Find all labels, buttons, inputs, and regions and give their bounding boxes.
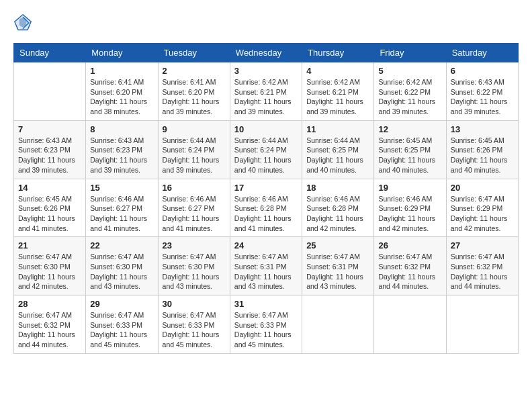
calendar-cell: 18Sunrise: 6:46 AM Sunset: 6:28 PM Dayli… xyxy=(302,179,374,237)
day-info: Sunrise: 6:46 AM Sunset: 6:28 PM Dayligh… xyxy=(234,194,298,234)
calendar-cell xyxy=(14,62,86,121)
day-info: Sunrise: 6:47 AM Sunset: 6:33 PM Dayligh… xyxy=(163,310,226,350)
day-info: Sunrise: 6:45 AM Sunset: 6:26 PM Dayligh… xyxy=(451,136,514,175)
calendar-cell: 20Sunrise: 6:47 AM Sunset: 6:29 PM Dayli… xyxy=(446,179,518,237)
calendar-cell: 30Sunrise: 6:47 AM Sunset: 6:33 PM Dayli… xyxy=(158,295,230,354)
day-info: Sunrise: 6:44 AM Sunset: 6:24 PM Dayligh… xyxy=(234,136,298,175)
calendar-cell: 2Sunrise: 6:41 AM Sunset: 6:20 PM Daylig… xyxy=(158,62,230,121)
day-number: 12 xyxy=(378,124,441,134)
day-info: Sunrise: 6:43 AM Sunset: 6:23 PM Dayligh… xyxy=(18,136,81,175)
calendar-cell: 10Sunrise: 6:44 AM Sunset: 6:24 PM Dayli… xyxy=(230,120,302,179)
calendar-cell: 16Sunrise: 6:46 AM Sunset: 6:27 PM Dayli… xyxy=(158,179,230,237)
logo-icon xyxy=(13,13,32,32)
calendar-cell: 13Sunrise: 6:45 AM Sunset: 6:26 PM Dayli… xyxy=(446,120,518,179)
calendar-cell: 28Sunrise: 6:47 AM Sunset: 6:32 PM Dayli… xyxy=(14,295,86,354)
calendar-week-row: 28Sunrise: 6:47 AM Sunset: 6:32 PM Dayli… xyxy=(14,295,519,354)
calendar-cell: 7Sunrise: 6:43 AM Sunset: 6:23 PM Daylig… xyxy=(14,120,86,179)
weekday-header-row: SundayMondayTuesdayWednesdayThursdayFrid… xyxy=(14,44,519,62)
weekday-header-saturday: Saturday xyxy=(446,44,518,62)
day-number: 1 xyxy=(90,66,153,76)
day-number: 19 xyxy=(378,183,441,193)
day-info: Sunrise: 6:47 AM Sunset: 6:30 PM Dayligh… xyxy=(90,252,153,291)
day-info: Sunrise: 6:46 AM Sunset: 6:28 PM Dayligh… xyxy=(306,194,369,234)
day-number: 16 xyxy=(163,183,226,193)
day-info: Sunrise: 6:47 AM Sunset: 6:30 PM Dayligh… xyxy=(18,252,81,291)
day-info: Sunrise: 6:41 AM Sunset: 6:20 PM Dayligh… xyxy=(90,77,153,117)
day-info: Sunrise: 6:47 AM Sunset: 6:31 PM Dayligh… xyxy=(234,252,298,291)
calendar-table: SundayMondayTuesdayWednesdayThursdayFrid… xyxy=(13,43,519,354)
calendar-week-row: 1Sunrise: 6:41 AM Sunset: 6:20 PM Daylig… xyxy=(14,62,519,121)
page-header xyxy=(13,13,519,32)
calendar-cell: 31Sunrise: 6:47 AM Sunset: 6:33 PM Dayli… xyxy=(230,295,302,354)
day-number: 20 xyxy=(451,183,514,193)
calendar-cell: 22Sunrise: 6:47 AM Sunset: 6:30 PM Dayli… xyxy=(86,237,158,295)
day-number: 17 xyxy=(234,183,298,193)
day-number: 30 xyxy=(163,299,226,309)
day-number: 27 xyxy=(451,240,514,250)
day-info: Sunrise: 6:44 AM Sunset: 6:25 PM Dayligh… xyxy=(306,136,369,175)
day-number: 15 xyxy=(90,183,153,193)
weekday-header-tuesday: Tuesday xyxy=(158,44,230,62)
day-number: 2 xyxy=(163,66,226,76)
calendar-body: 1Sunrise: 6:41 AM Sunset: 6:20 PM Daylig… xyxy=(14,62,519,354)
day-info: Sunrise: 6:43 AM Sunset: 6:22 PM Dayligh… xyxy=(451,77,514,117)
calendar-cell: 17Sunrise: 6:46 AM Sunset: 6:28 PM Dayli… xyxy=(230,179,302,237)
calendar-week-row: 7Sunrise: 6:43 AM Sunset: 6:23 PM Daylig… xyxy=(14,120,519,179)
calendar-cell: 9Sunrise: 6:44 AM Sunset: 6:24 PM Daylig… xyxy=(158,120,230,179)
calendar-cell: 15Sunrise: 6:46 AM Sunset: 6:27 PM Dayli… xyxy=(86,179,158,237)
calendar-cell: 3Sunrise: 6:42 AM Sunset: 6:21 PM Daylig… xyxy=(230,62,302,121)
day-info: Sunrise: 6:43 AM Sunset: 6:23 PM Dayligh… xyxy=(90,136,153,175)
day-number: 5 xyxy=(378,66,441,76)
calendar-week-row: 21Sunrise: 6:47 AM Sunset: 6:30 PM Dayli… xyxy=(14,237,519,295)
calendar-header: SundayMondayTuesdayWednesdayThursdayFrid… xyxy=(14,44,519,62)
logo xyxy=(13,13,35,32)
day-info: Sunrise: 6:47 AM Sunset: 6:33 PM Dayligh… xyxy=(234,310,298,350)
day-info: Sunrise: 6:46 AM Sunset: 6:27 PM Dayligh… xyxy=(90,194,153,234)
calendar-cell: 29Sunrise: 6:47 AM Sunset: 6:33 PM Dayli… xyxy=(86,295,158,354)
day-number: 11 xyxy=(306,124,369,134)
day-number: 25 xyxy=(306,240,369,250)
day-info: Sunrise: 6:47 AM Sunset: 6:32 PM Dayligh… xyxy=(18,310,81,350)
calendar-cell: 26Sunrise: 6:47 AM Sunset: 6:32 PM Dayli… xyxy=(374,237,446,295)
day-number: 6 xyxy=(451,66,514,76)
calendar-week-row: 14Sunrise: 6:45 AM Sunset: 6:26 PM Dayli… xyxy=(14,179,519,237)
calendar-cell xyxy=(446,295,518,354)
calendar-cell: 4Sunrise: 6:42 AM Sunset: 6:21 PM Daylig… xyxy=(302,62,374,121)
calendar-cell: 6Sunrise: 6:43 AM Sunset: 6:22 PM Daylig… xyxy=(446,62,518,121)
day-number: 8 xyxy=(90,124,153,134)
calendar-cell: 5Sunrise: 6:42 AM Sunset: 6:22 PM Daylig… xyxy=(374,62,446,121)
day-number: 29 xyxy=(90,299,153,309)
day-number: 13 xyxy=(451,124,514,134)
day-info: Sunrise: 6:42 AM Sunset: 6:22 PM Dayligh… xyxy=(378,77,441,117)
calendar-cell: 24Sunrise: 6:47 AM Sunset: 6:31 PM Dayli… xyxy=(230,237,302,295)
calendar-cell: 23Sunrise: 6:47 AM Sunset: 6:30 PM Dayli… xyxy=(158,237,230,295)
day-number: 24 xyxy=(234,240,298,250)
calendar-cell: 27Sunrise: 6:47 AM Sunset: 6:32 PM Dayli… xyxy=(446,237,518,295)
calendar-cell: 25Sunrise: 6:47 AM Sunset: 6:31 PM Dayli… xyxy=(302,237,374,295)
day-number: 9 xyxy=(163,124,226,134)
weekday-header-sunday: Sunday xyxy=(14,44,86,62)
day-info: Sunrise: 6:47 AM Sunset: 6:33 PM Dayligh… xyxy=(90,310,153,350)
day-number: 14 xyxy=(18,183,81,193)
day-number: 21 xyxy=(18,240,81,250)
day-info: Sunrise: 6:42 AM Sunset: 6:21 PM Dayligh… xyxy=(234,77,298,117)
day-info: Sunrise: 6:46 AM Sunset: 6:27 PM Dayligh… xyxy=(163,194,226,234)
calendar-cell: 11Sunrise: 6:44 AM Sunset: 6:25 PM Dayli… xyxy=(302,120,374,179)
day-number: 3 xyxy=(234,66,298,76)
day-info: Sunrise: 6:44 AM Sunset: 6:24 PM Dayligh… xyxy=(163,136,226,175)
day-number: 22 xyxy=(90,240,153,250)
day-number: 23 xyxy=(163,240,226,250)
weekday-header-monday: Monday xyxy=(86,44,158,62)
day-info: Sunrise: 6:45 AM Sunset: 6:25 PM Dayligh… xyxy=(378,136,441,175)
calendar-cell xyxy=(374,295,446,354)
day-number: 18 xyxy=(306,183,369,193)
day-info: Sunrise: 6:46 AM Sunset: 6:29 PM Dayligh… xyxy=(378,194,441,234)
calendar-cell: 14Sunrise: 6:45 AM Sunset: 6:26 PM Dayli… xyxy=(14,179,86,237)
day-number: 7 xyxy=(18,124,81,134)
day-info: Sunrise: 6:47 AM Sunset: 6:30 PM Dayligh… xyxy=(163,252,226,291)
calendar-cell xyxy=(302,295,374,354)
weekday-header-wednesday: Wednesday xyxy=(230,44,302,62)
calendar-cell: 12Sunrise: 6:45 AM Sunset: 6:25 PM Dayli… xyxy=(374,120,446,179)
day-info: Sunrise: 6:42 AM Sunset: 6:21 PM Dayligh… xyxy=(306,77,369,117)
weekday-header-friday: Friday xyxy=(374,44,446,62)
